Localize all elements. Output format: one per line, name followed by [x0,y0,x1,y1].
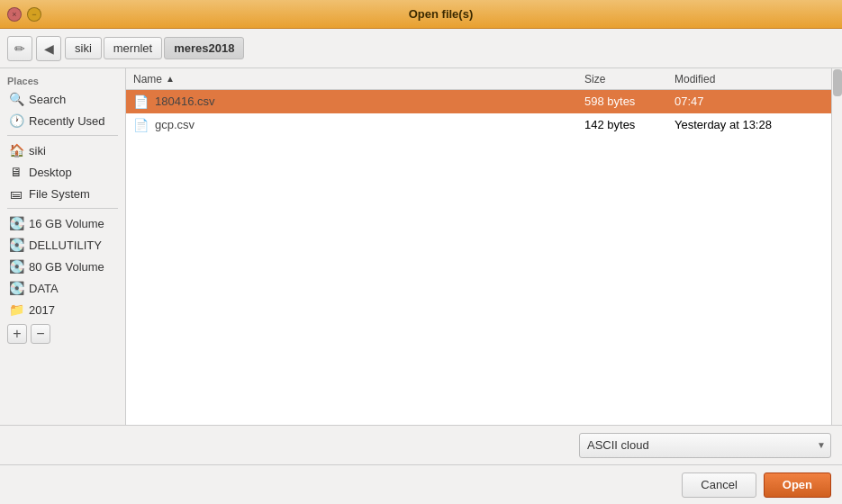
sidebar-item-data[interactable]: 💽 DATA [2,277,123,299]
remove-location-button[interactable]: − [31,324,50,344]
sidebar-controls: + − [0,320,125,347]
back-icon: ◀ [44,41,54,56]
search-icon: 🔍 [9,92,23,106]
filter-select[interactable]: ASCII cloud All files CSV files [579,433,831,458]
edit-icon: ✏ [14,41,25,56]
sidebar-divider [7,135,118,136]
sidebar-item-file-system[interactable]: 🖴 File System [2,183,123,204]
table-row[interactable]: 📄 gcp.csv 142 bytes Yesterday at 13:28 [126,113,831,137]
home-icon: 🏠 [9,143,23,158]
file-list-header: Name ▲ Size Modified [126,68,831,90]
column-header-name[interactable]: Name ▲ [130,73,584,86]
titlebar: × − Open file(s) [0,0,842,29]
sidebar-item-search[interactable]: 🔍 Search [2,88,123,110]
back-button[interactable]: ◀ [36,36,61,61]
sidebar-label-2017: 2017 [29,303,55,317]
breadcrumb-siki[interactable]: siki [65,37,102,59]
file-name-label: 180416.csv [155,94,215,108]
sidebar-label-80gb: 80 GB Volume [29,260,104,274]
scrollbar-thumb[interactable] [833,69,842,96]
sidebar-item-recently-used[interactable]: 🕐 Recently Used [2,110,123,131]
minimize-button[interactable]: − [27,7,41,22]
sidebar-item-16gb[interactable]: 💽 16 GB Volume [2,212,123,234]
breadcrumb-mernlet[interactable]: mernlet [104,37,162,59]
sidebar-label-data: DATA [29,282,59,295]
bottom-bar: ASCII cloud All files CSV files ▼ [0,425,842,464]
file-modified-cell: Yesterday at 13:28 [675,118,828,131]
column-header-size[interactable]: Size [584,73,675,86]
file-size-cell: 598 bytes [584,94,675,108]
file-size-cell: 142 bytes [584,118,675,131]
sidebar-section-label: Places [0,72,125,88]
table-row[interactable]: 📄 180416.csv 598 bytes 07:47 [126,90,831,113]
file-list: 📄 180416.csv 598 bytes 07:47 📄 gcp.csv 1… [126,90,831,425]
sidebar-label-recently-used: Recently Used [29,114,105,128]
sidebar-label-file-system: File System [29,187,90,201]
cancel-button[interactable]: Cancel [682,472,756,498]
clock-icon: 🕐 [9,113,23,128]
sidebar-item-siki[interactable]: 🏠 siki [2,140,123,161]
file-area: Name ▲ Size Modified 📄 180416.csv 598 by… [126,68,831,425]
volume-icon-dell: 💽 [9,238,23,252]
desktop-icon: 🖥 [9,165,23,179]
column-header-modified[interactable]: Modified [675,73,828,86]
sort-arrow: ▲ [166,74,175,84]
window-title: Open file(s) [47,7,835,21]
open-button[interactable]: Open [764,472,831,498]
main-content: Places 🔍 Search 🕐 Recently Used 🏠 siki 🖥… [0,68,842,425]
sidebar-label-16gb: 16 GB Volume [29,217,104,230]
folder-icon-2017: 📁 [9,302,23,317]
sidebar-divider-2 [7,208,118,209]
filter-container: ASCII cloud All files CSV files ▼ [579,433,831,458]
file-name-label: gcp.csv [155,118,195,131]
file-modified-cell: 07:47 [675,94,828,108]
sidebar-item-dellutility[interactable]: 💽 DELLUTILITY [2,234,123,256]
sidebar-item-80gb[interactable]: 💽 80 GB Volume [2,256,123,277]
close-button[interactable]: × [7,7,22,22]
file-name-cell: 📄 gcp.csv [130,118,584,132]
file-icon: 📄 [133,118,149,132]
scrollbar[interactable] [831,68,842,425]
sidebar-item-desktop[interactable]: 🖥 Desktop [2,161,123,183]
sidebar-label-siki: siki [29,144,46,158]
breadcrumb-meres2018[interactable]: meres2018 [164,37,244,59]
sidebar: Places 🔍 Search 🕐 Recently Used 🏠 siki 🖥… [0,68,126,425]
file-icon: 📄 [133,94,149,109]
sidebar-label-desktop: Desktop [29,166,72,179]
button-bar: Cancel Open [0,464,842,504]
edit-button[interactable]: ✏ [7,36,32,61]
toolbar: ✏ ◀ siki mernlet meres2018 [0,29,842,68]
add-location-button[interactable]: + [7,324,27,344]
sidebar-label-dellutility: DELLUTILITY [29,238,102,252]
drive-icon: 🖴 [9,186,23,201]
volume-icon-80: 💽 [9,259,23,274]
file-name-cell: 📄 180416.csv [130,94,584,109]
breadcrumb: siki mernlet meres2018 [65,37,244,59]
sidebar-item-2017[interactable]: 📁 2017 [2,299,123,320]
volume-icon-16: 💽 [9,216,23,230]
sidebar-label-search: Search [29,93,66,106]
volume-icon-data: 💽 [9,281,23,295]
